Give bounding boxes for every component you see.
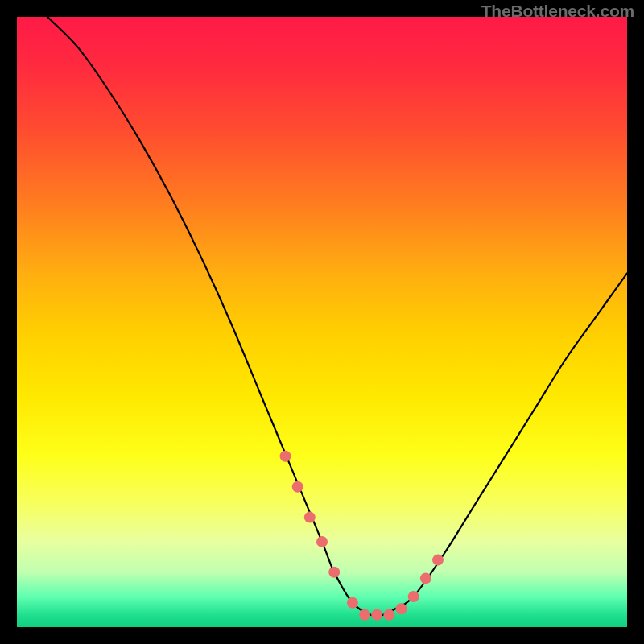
- marker-point: [432, 555, 444, 566]
- marker-point: [383, 609, 394, 621]
- bottleneck-curve: [47, 17, 627, 616]
- marker-point: [316, 536, 328, 547]
- chart-svg: [17, 17, 627, 627]
- marker-point: [408, 591, 419, 602]
- watermark-text: TheBottleneck.com: [481, 2, 634, 21]
- marker-point: [396, 603, 407, 614]
- marker-point: [359, 609, 370, 621]
- chart-container: TheBottleneck.com: [0, 0, 644, 644]
- marker-point: [292, 481, 303, 493]
- marker-point: [371, 609, 382, 621]
- marker-point: [347, 597, 358, 609]
- marker-point: [420, 572, 431, 584]
- marker-point: [304, 512, 316, 523]
- marker-point: [280, 451, 291, 462]
- highlight-markers: [280, 451, 444, 621]
- marker-point: [328, 567, 340, 578]
- plot-area: [17, 17, 627, 627]
